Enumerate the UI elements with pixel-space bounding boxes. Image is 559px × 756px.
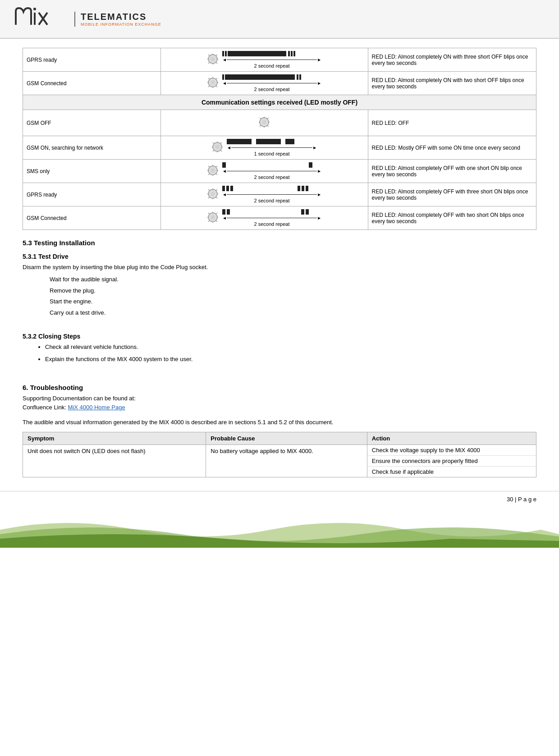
svg-point-43 [215, 145, 220, 149]
logo-sub: MOBILE INFORMATION EXCHANGE [81, 22, 161, 27]
trouble-table-header: Symptom Probable Cause Action [23, 432, 536, 444]
step-2: Remove the plug. [50, 286, 536, 296]
led-icon [258, 116, 270, 129]
svg-line-41 [221, 142, 222, 144]
action-cell: Check the voltage supply to the MiX 4000… [367, 444, 536, 477]
svg-line-62 [208, 197, 210, 199]
action-item-3: Check fuse if applicable [367, 467, 536, 477]
table-row: GSM Connected [23, 206, 536, 230]
repeat-label: 2 second repeat [254, 198, 290, 203]
signal-diagram: ◄ ► 2 second repeat [222, 162, 321, 180]
section-header-row: Communication settings received (LED mos… [23, 95, 536, 110]
row-label: GSM Connected [23, 72, 161, 95]
step-3: Start the engine. [50, 297, 536, 307]
cause-cell: No battery voltage applied to MiX 4000. [206, 444, 367, 477]
symptom-cell: Unit does not switch ON (LED does not fl… [23, 444, 206, 477]
section-6-para3: The audible and visual information gener… [23, 418, 536, 427]
svg-line-71 [216, 213, 218, 214]
led-icon [207, 165, 219, 178]
action-item-2: Ensure the connectors are properly fitte… [367, 456, 536, 467]
section-531-intro: Disarm the system by inserting the blue … [23, 263, 536, 272]
logo-telematics: TELEMATICS MOBILE INFORMATION EXCHANGE [74, 12, 161, 27]
page-header: TELEMATICS MOBILE INFORMATION EXCHANGE [0, 0, 559, 39]
svg-line-51 [216, 166, 218, 167]
svg-line-50 [216, 174, 218, 175]
signal-diagram: ◄ ► 2 second repeat [222, 51, 321, 69]
step-1: Wait for the audible signal. [50, 275, 536, 284]
led-icon [207, 53, 219, 66]
page-number: 30 | P a g e [0, 491, 559, 507]
row-label: GSM ON, searching for network [23, 136, 161, 160]
svg-line-10 [216, 63, 218, 64]
svg-line-31 [268, 118, 269, 119]
confluence-link[interactable]: MiX 4000 Home Page [68, 404, 125, 411]
svg-line-52 [208, 174, 210, 175]
svg-line-20 [216, 86, 218, 87]
svg-line-49 [208, 166, 210, 167]
row-desc: RED LED: Almost completely ON with three… [368, 48, 536, 72]
row-desc: RED LED: OFF [368, 110, 536, 136]
col-cause: Probable Cause [206, 432, 367, 444]
led-table: GPRS ready [23, 48, 536, 230]
closing-steps-list: Check all relevant vehicle functions. Ex… [45, 343, 536, 364]
svg-line-40 [221, 151, 222, 152]
led-icon [207, 77, 219, 90]
closing-step-2: Explain the functions of the MiX 4000 sy… [45, 355, 536, 364]
signal-diagram: ◄ ► 2 second repeat [222, 74, 321, 92]
signal-diagram: ◄ ► 2 second repeat [222, 186, 321, 203]
row-label: GSM OFF [23, 110, 161, 136]
logo-title: TELEMATICS [81, 12, 161, 22]
section-531-title: 5.3.1 Test Drive [23, 253, 536, 260]
table-row: GSM OFF [23, 110, 536, 136]
closing-step-1: Check all relevant vehicle functions. [45, 343, 536, 352]
svg-line-39 [213, 142, 214, 144]
svg-line-69 [208, 213, 210, 214]
svg-line-19 [208, 78, 210, 79]
repeat-label: 1 second repeat [254, 151, 290, 156]
svg-line-9 [208, 55, 210, 56]
section-532-title: 5.3.2 Closing Steps [23, 333, 536, 340]
row-desc: RED LED: Almost completely ON with two s… [368, 72, 536, 95]
signal-diagram: ◄ ► 1 second repeat [227, 139, 317, 156]
step-4: Carry out a test drive. [50, 308, 536, 318]
row-desc: RED LED: Almost completely OFF with two … [368, 206, 536, 230]
svg-line-22 [208, 86, 210, 87]
row-desc: RED LED: Almost completely OFF with one … [368, 160, 536, 183]
row-diagram: ◄ ► 2 second repeat [160, 72, 368, 95]
row-label: GPRS ready [23, 48, 161, 72]
table-row: GSM ON, searching for network [23, 136, 536, 160]
row-diagram: ◄ ► 2 second repeat [160, 206, 368, 230]
svg-point-33 [262, 120, 266, 124]
svg-line-29 [260, 118, 261, 119]
row-label: GPRS ready [23, 183, 161, 206]
confluence-label: Confluence Link: [23, 404, 68, 411]
action-item-1: Check the voltage supply to the MiX 4000 [367, 445, 536, 456]
row-desc: RED LED: Almost completely OFF with thre… [368, 183, 536, 206]
row-diagram: ◄ ► 2 second repeat [160, 160, 368, 183]
svg-line-11 [216, 55, 218, 56]
section-6-title: 6. Troubleshooting [23, 384, 536, 391]
section-header-label: Communication settings received (LED mos… [23, 95, 536, 110]
svg-line-61 [216, 189, 218, 191]
svg-line-30 [268, 126, 269, 127]
svg-line-72 [208, 221, 210, 222]
repeat-label: 2 second repeat [254, 87, 290, 92]
signal-diagram: ◄ ► 2 second repeat [222, 209, 321, 227]
logo-mix [14, 5, 68, 33]
svg-point-13 [211, 57, 215, 61]
table-row: Unit does not switch ON (LED does not fl… [23, 444, 536, 477]
led-icon [207, 188, 219, 201]
section-53-title: 5.3 Testing Installation [23, 239, 536, 247]
row-diagram: ◄ ► 2 second repeat [160, 48, 368, 72]
svg-line-21 [216, 78, 218, 79]
repeat-label: 2 second repeat [254, 174, 290, 180]
row-diagram [160, 110, 368, 136]
footer-decoration [0, 512, 559, 548]
trouble-table: Symptom Probable Cause Action Unit does … [23, 432, 536, 477]
table-row: GPRS ready [23, 48, 536, 72]
svg-point-53 [211, 168, 215, 173]
table-row: GPRS ready [23, 183, 536, 206]
row-label: GSM Connected [23, 206, 161, 230]
repeat-label: 2 second repeat [254, 63, 290, 69]
col-action: Action [367, 432, 536, 444]
